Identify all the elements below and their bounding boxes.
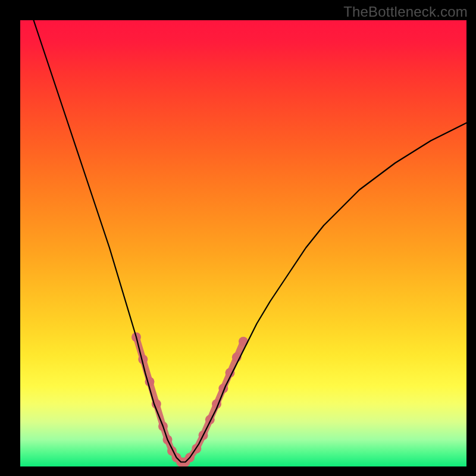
marker-group [131,333,248,467]
chart-frame: TheBottleneck.com [0,0,476,476]
plot-area [20,20,466,466]
bottleneck-curve [34,20,467,462]
curve-layer [20,20,466,466]
watermark-text: TheBottleneck.com [343,4,468,20]
